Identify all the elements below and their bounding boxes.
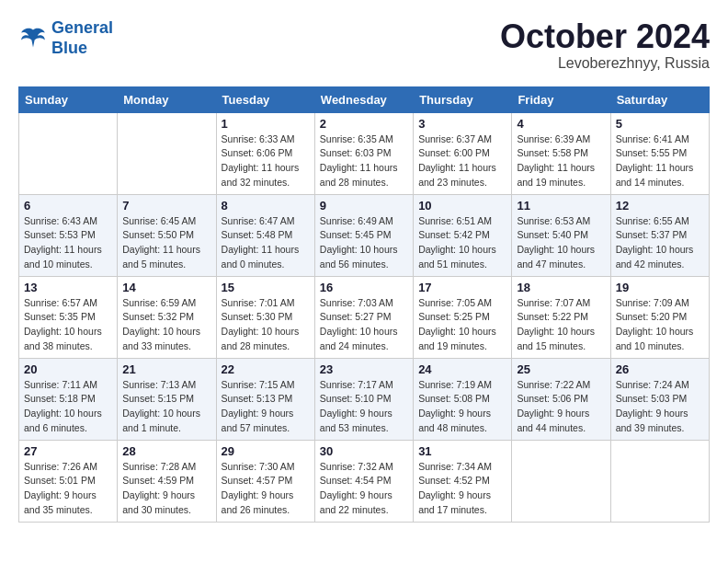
day-number: 14 (122, 281, 210, 294)
day-number: 19 (616, 281, 704, 294)
day-info: Sunrise: 7:03 AMSunset: 5:27 PMDaylight:… (320, 296, 408, 354)
day-info: Sunrise: 7:22 AMSunset: 5:06 PMDaylight:… (517, 378, 605, 436)
calendar-cell: 10 Sunrise: 6:51 AMSunset: 5:42 PMDaylig… (414, 194, 512, 276)
calendar-cell: 1 Sunrise: 6:33 AMSunset: 6:06 PMDayligh… (216, 112, 314, 194)
calendar-cell: 31 Sunrise: 7:34 AMSunset: 4:52 PMDaylig… (414, 440, 512, 522)
calendar-cell (610, 440, 709, 522)
calendar-table: Sunday Monday Tuesday Wednesday Thursday… (18, 86, 710, 523)
day-number: 20 (24, 362, 112, 376)
calendar-cell (19, 112, 118, 194)
day-number: 5 (616, 117, 704, 131)
header-thursday: Thursday (414, 86, 512, 112)
day-info: Sunrise: 7:15 AMSunset: 5:13 PMDaylight:… (222, 378, 310, 436)
day-info: Sunrise: 7:11 AMSunset: 5:18 PMDaylight:… (24, 378, 112, 436)
day-info: Sunrise: 7:07 AMSunset: 5:22 PMDaylight:… (517, 296, 605, 354)
day-number: 25 (517, 362, 605, 376)
day-info: Sunrise: 6:39 AMSunset: 5:58 PMDaylight:… (517, 132, 605, 190)
calendar-cell: 7 Sunrise: 6:45 AMSunset: 5:50 PMDayligh… (118, 194, 216, 276)
title-block: October 2024 Levoberezhnyy, Russia (500, 18, 710, 72)
calendar-cell: 12 Sunrise: 6:55 AMSunset: 5:37 PMDaylig… (610, 194, 709, 276)
calendar-cell: 26 Sunrise: 7:24 AMSunset: 5:03 PMDaylig… (610, 358, 709, 440)
day-number: 27 (24, 444, 112, 458)
day-info: Sunrise: 6:51 AMSunset: 5:42 PMDaylight:… (418, 214, 506, 272)
calendar-cell: 19 Sunrise: 7:09 AMSunset: 5:20 PMDaylig… (610, 276, 709, 358)
logo: General Blue (18, 18, 113, 58)
location-title: Levoberezhnyy, Russia (500, 55, 710, 72)
day-info: Sunrise: 6:47 AMSunset: 5:48 PMDaylight:… (222, 214, 310, 272)
header-sunday: Sunday (19, 86, 118, 112)
day-number: 11 (517, 199, 605, 213)
day-info: Sunrise: 6:33 AMSunset: 6:06 PMDaylight:… (222, 132, 310, 190)
day-info: Sunrise: 6:45 AMSunset: 5:50 PMDaylight:… (122, 214, 210, 272)
day-info: Sunrise: 6:55 AMSunset: 5:37 PMDaylight:… (616, 214, 704, 272)
day-number: 10 (418, 199, 506, 213)
day-number: 4 (517, 117, 605, 131)
day-info: Sunrise: 6:43 AMSunset: 5:53 PMDaylight:… (24, 214, 112, 272)
header-friday: Friday (512, 86, 610, 112)
calendar-cell: 30 Sunrise: 7:32 AMSunset: 4:54 PMDaylig… (314, 440, 413, 522)
day-number: 7 (122, 199, 210, 213)
day-info: Sunrise: 7:19 AMSunset: 5:08 PMDaylight:… (418, 378, 506, 436)
day-info: Sunrise: 7:05 AMSunset: 5:25 PMDaylight:… (418, 296, 506, 354)
calendar-week-row: 13 Sunrise: 6:57 AMSunset: 5:35 PMDaylig… (19, 276, 710, 358)
day-number: 30 (320, 444, 408, 458)
calendar-cell: 27 Sunrise: 7:26 AMSunset: 5:01 PMDaylig… (19, 440, 118, 522)
calendar-cell: 2 Sunrise: 6:35 AMSunset: 6:03 PMDayligh… (314, 112, 413, 194)
day-info: Sunrise: 7:30 AMSunset: 4:57 PMDaylight:… (222, 460, 310, 518)
calendar-cell: 22 Sunrise: 7:15 AMSunset: 5:13 PMDaylig… (216, 358, 314, 440)
day-info: Sunrise: 7:28 AMSunset: 4:59 PMDaylight:… (122, 460, 210, 518)
calendar-cell (512, 440, 610, 522)
calendar-cell: 18 Sunrise: 7:07 AMSunset: 5:22 PMDaylig… (512, 276, 610, 358)
calendar-cell: 6 Sunrise: 6:43 AMSunset: 5:53 PMDayligh… (19, 194, 118, 276)
calendar-cell: 20 Sunrise: 7:11 AMSunset: 5:18 PMDaylig… (19, 358, 118, 440)
day-number: 26 (616, 362, 704, 376)
calendar-week-row: 1 Sunrise: 6:33 AMSunset: 6:06 PMDayligh… (19, 112, 710, 194)
day-number: 13 (24, 281, 112, 294)
day-number: 12 (616, 199, 704, 213)
day-number: 18 (517, 281, 605, 294)
calendar-cell: 23 Sunrise: 7:17 AMSunset: 5:10 PMDaylig… (314, 358, 413, 440)
logo-icon (18, 24, 48, 53)
day-info: Sunrise: 6:53 AMSunset: 5:40 PMDaylight:… (517, 214, 605, 272)
day-number: 15 (222, 281, 310, 294)
day-info: Sunrise: 6:35 AMSunset: 6:03 PMDaylight:… (320, 132, 408, 190)
day-info: Sunrise: 7:09 AMSunset: 5:20 PMDaylight:… (616, 296, 704, 354)
day-info: Sunrise: 7:17 AMSunset: 5:10 PMDaylight:… (320, 378, 408, 436)
day-number: 8 (222, 199, 310, 213)
calendar-cell: 9 Sunrise: 6:49 AMSunset: 5:45 PMDayligh… (314, 194, 413, 276)
day-number: 16 (320, 281, 408, 294)
calendar-cell: 5 Sunrise: 6:41 AMSunset: 5:55 PMDayligh… (610, 112, 709, 194)
calendar-cell: 15 Sunrise: 7:01 AMSunset: 5:30 PMDaylig… (216, 276, 314, 358)
day-info: Sunrise: 7:26 AMSunset: 5:01 PMDaylight:… (24, 460, 112, 518)
calendar-header-row: Sunday Monday Tuesday Wednesday Thursday… (19, 86, 710, 112)
calendar-week-row: 20 Sunrise: 7:11 AMSunset: 5:18 PMDaylig… (19, 358, 710, 440)
calendar-week-row: 6 Sunrise: 6:43 AMSunset: 5:53 PMDayligh… (19, 194, 710, 276)
calendar-cell (118, 112, 216, 194)
day-number: 17 (418, 281, 506, 294)
day-info: Sunrise: 6:37 AMSunset: 6:00 PMDaylight:… (418, 132, 506, 190)
day-info: Sunrise: 6:41 AMSunset: 5:55 PMDaylight:… (616, 132, 704, 190)
day-info: Sunrise: 7:32 AMSunset: 4:54 PMDaylight:… (320, 460, 408, 518)
day-info: Sunrise: 7:24 AMSunset: 5:03 PMDaylight:… (616, 378, 704, 436)
page-header: General Blue October 2024 Levoberezhnyy,… (18, 18, 710, 72)
header-tuesday: Tuesday (216, 86, 314, 112)
calendar-week-row: 27 Sunrise: 7:26 AMSunset: 5:01 PMDaylig… (19, 440, 710, 522)
day-number: 9 (320, 199, 408, 213)
header-wednesday: Wednesday (314, 86, 413, 112)
day-number: 28 (122, 444, 210, 458)
day-info: Sunrise: 7:13 AMSunset: 5:15 PMDaylight:… (122, 378, 210, 436)
calendar-cell: 21 Sunrise: 7:13 AMSunset: 5:15 PMDaylig… (118, 358, 216, 440)
day-number: 21 (122, 362, 210, 376)
day-number: 23 (320, 362, 408, 376)
day-number: 31 (418, 444, 506, 458)
day-number: 6 (24, 199, 112, 213)
day-number: 24 (418, 362, 506, 376)
calendar-cell: 17 Sunrise: 7:05 AMSunset: 5:25 PMDaylig… (414, 276, 512, 358)
day-number: 3 (418, 117, 506, 131)
header-monday: Monday (118, 86, 216, 112)
day-info: Sunrise: 6:59 AMSunset: 5:32 PMDaylight:… (122, 296, 210, 354)
calendar-cell: 28 Sunrise: 7:28 AMSunset: 4:59 PMDaylig… (118, 440, 216, 522)
calendar-cell: 11 Sunrise: 6:53 AMSunset: 5:40 PMDaylig… (512, 194, 610, 276)
day-number: 1 (222, 117, 310, 131)
calendar-cell: 14 Sunrise: 6:59 AMSunset: 5:32 PMDaylig… (118, 276, 216, 358)
